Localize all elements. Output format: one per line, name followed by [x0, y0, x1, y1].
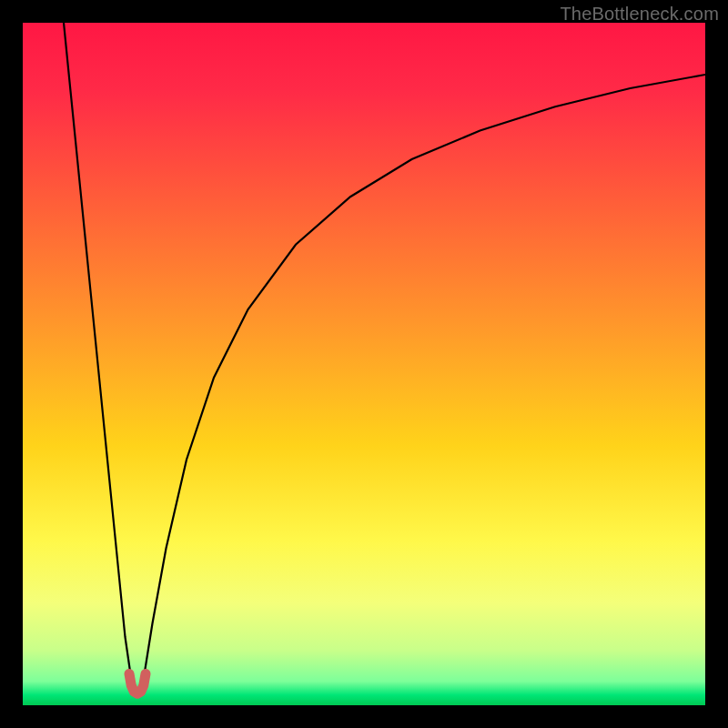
plot-area [23, 23, 705, 705]
gradient-background [23, 23, 705, 705]
chart-svg [23, 23, 705, 705]
chart-frame: TheBottleneck.com [0, 0, 728, 728]
watermark-text: TheBottleneck.com [560, 4, 719, 25]
